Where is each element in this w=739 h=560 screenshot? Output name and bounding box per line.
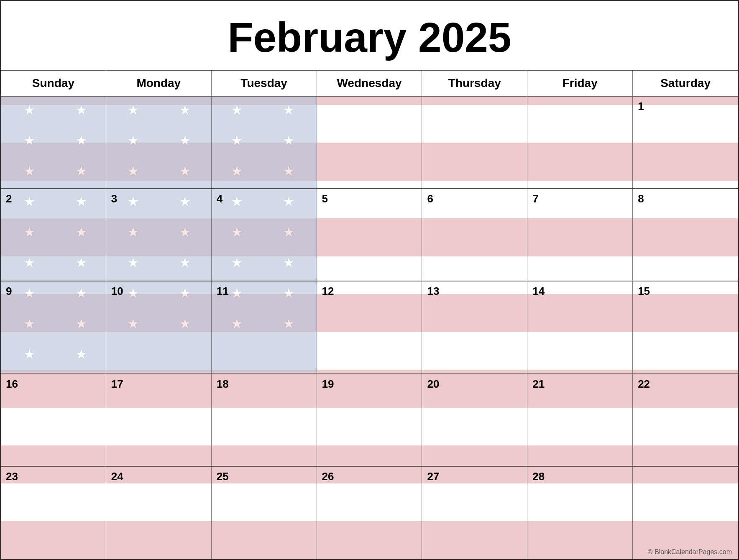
day-cell-week5-col7 (633, 467, 738, 559)
day-header-monday: Monday (106, 71, 212, 96)
calendar-title: February 2025 (1, 1, 738, 70)
day-header-wednesday: Wednesday (317, 71, 422, 96)
day-cell-week5-col3: 25 (212, 467, 317, 559)
week-row-1: 1 (1, 97, 738, 189)
day-cell-week2-col2: 3 (106, 189, 212, 281)
date-number: 27 (427, 470, 439, 483)
day-cell-week4-col5: 20 (422, 374, 527, 466)
date-number: 18 (217, 378, 229, 390)
day-cell-week1-col4 (317, 97, 422, 188)
date-number: 11 (217, 285, 229, 297)
week-row-3: 9101112131415 (1, 281, 738, 374)
day-cell-week4-col7: 22 (633, 374, 738, 466)
day-cell-week4-col1: 16 (1, 374, 106, 466)
calendar-wrapper: ★★★★★★★★★★★★★★★★★★★★★★★★★★★★★★★★★★★★★★★★… (0, 0, 739, 560)
day-header-saturday: Saturday (633, 71, 738, 96)
day-cell-week5-col6: 28 (527, 467, 633, 559)
day-cell-week1-col2 (106, 97, 212, 188)
week-row-5: 232425262728 (1, 467, 738, 559)
day-cell-week4-col2: 17 (106, 374, 212, 466)
date-number: 24 (111, 470, 123, 483)
date-number: 9 (6, 285, 12, 297)
date-number: 7 (532, 192, 538, 205)
day-cell-week5-col5: 27 (422, 467, 527, 559)
day-cell-week3-col1: 9 (1, 281, 106, 373)
day-cell-week3-col5: 13 (422, 281, 527, 373)
day-cell-week4-col3: 18 (212, 374, 317, 466)
date-number: 8 (638, 192, 644, 205)
day-cell-week2-col7: 8 (633, 189, 738, 281)
date-number: 2 (6, 192, 12, 205)
calendar-content: SundayMondayTuesdayWednesdayThursdayFrid… (1, 70, 738, 559)
date-number: 19 (322, 378, 334, 390)
watermark: © BlankCalendarPages.com (648, 548, 732, 556)
date-number: 5 (322, 192, 328, 205)
day-cell-week1-col5 (422, 97, 527, 188)
day-headers-row: SundayMondayTuesdayWednesdayThursdayFrid… (1, 70, 738, 97)
day-cell-week2-col6: 7 (527, 189, 633, 281)
date-number: 13 (427, 285, 439, 297)
day-cell-week1-col7: 1 (633, 97, 738, 188)
weeks-container: 1234567891011121314151617181920212223242… (1, 97, 738, 559)
date-number: 17 (111, 378, 123, 390)
date-number: 1 (638, 100, 644, 113)
day-header-tuesday: Tuesday (212, 71, 317, 96)
date-number: 3 (111, 192, 117, 205)
day-cell-week2-col1: 2 (1, 189, 106, 281)
day-header-sunday: Sunday (1, 71, 106, 96)
date-number: 6 (427, 192, 433, 205)
day-cell-week4-col4: 19 (317, 374, 422, 466)
week-row-4: 16171819202122 (1, 374, 738, 467)
day-cell-week5-col1: 23 (1, 467, 106, 559)
date-number: 25 (217, 470, 229, 483)
week-row-2: 2345678 (1, 189, 738, 281)
date-number: 14 (532, 285, 545, 297)
date-number: 28 (532, 470, 545, 483)
date-number: 23 (6, 470, 18, 483)
day-cell-week2-col4: 5 (317, 189, 422, 281)
day-cell-week3-col2: 10 (106, 281, 212, 373)
day-cell-week2-col3: 4 (212, 189, 317, 281)
day-header-thursday: Thursday (422, 71, 527, 96)
date-number: 15 (638, 285, 650, 297)
day-cell-week1-col3 (212, 97, 317, 188)
date-number: 26 (322, 470, 334, 483)
date-number: 16 (6, 378, 18, 390)
day-header-friday: Friday (527, 71, 633, 96)
day-cell-week3-col3: 11 (212, 281, 317, 373)
day-cell-week5-col4: 26 (317, 467, 422, 559)
date-number: 10 (111, 285, 123, 297)
day-cell-week1-col6 (527, 97, 633, 188)
day-cell-week2-col5: 6 (422, 189, 527, 281)
day-cell-week1-col1 (1, 97, 106, 188)
date-number: 22 (638, 378, 650, 390)
date-number: 21 (532, 378, 545, 390)
date-number: 12 (322, 285, 334, 297)
day-cell-week4-col6: 21 (527, 374, 633, 466)
day-cell-week3-col7: 15 (633, 281, 738, 373)
date-number: 20 (427, 378, 439, 390)
day-cell-week3-col4: 12 (317, 281, 422, 373)
day-cell-week3-col6: 14 (527, 281, 633, 373)
date-number: 4 (217, 192, 222, 205)
day-cell-week5-col2: 24 (106, 467, 212, 559)
